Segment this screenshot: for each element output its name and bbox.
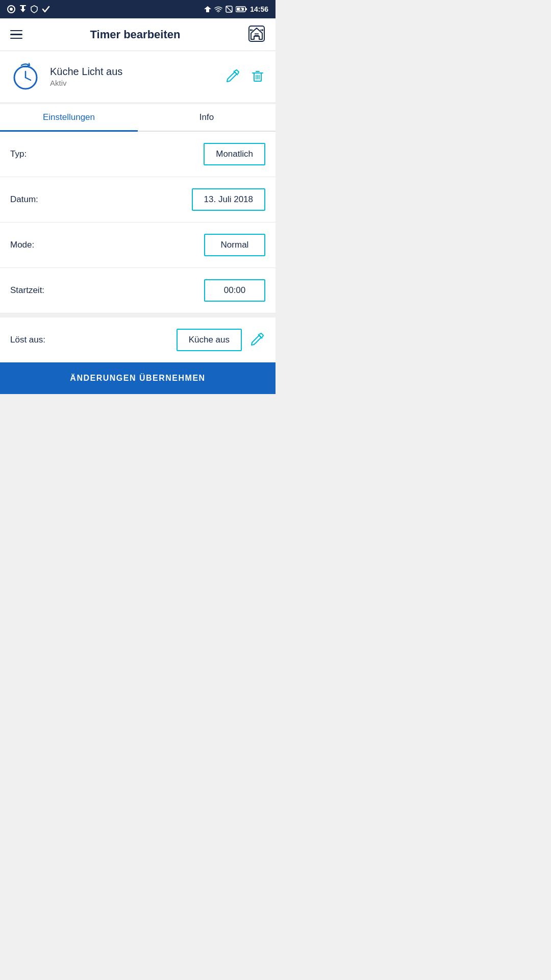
loest-aus-value-button[interactable]: Küche aus — [177, 329, 242, 351]
mode-value-button[interactable]: Normal — [204, 234, 265, 256]
trigger-edit-icon — [250, 331, 265, 347]
home-icon — [248, 25, 265, 42]
tab-einstellungen[interactable]: Einstellungen — [0, 104, 138, 131]
status-bar: 14:56 — [0, 0, 276, 18]
trigger-section: Löst aus: Küche aus — [0, 317, 276, 362]
page-title: Timer bearbeiten — [90, 28, 181, 41]
svg-marker-4 — [20, 9, 26, 12]
top-bar: Timer bearbeiten — [0, 18, 276, 51]
typ-label: Typ: — [10, 149, 27, 159]
save-button[interactable]: ÄNDERUNGEN ÜBERNEHMEN — [0, 362, 276, 394]
typ-row: Typ: Monatlich — [0, 132, 276, 177]
sim-icon — [226, 6, 233, 13]
bottom-area — [0, 394, 276, 435]
timer-name: Küche Licht aus — [50, 66, 216, 78]
trigger-right: Küche aus — [177, 329, 265, 351]
status-icons-right: 14:56 — [204, 5, 268, 13]
timer-header-card: Küche Licht aus Aktiv — [0, 51, 276, 104]
delete-button[interactable] — [250, 68, 265, 85]
svg-line-8 — [226, 6, 232, 12]
svg-rect-10 — [245, 8, 247, 10]
signal-icon — [204, 6, 211, 12]
typ-value-button[interactable]: Monatlich — [204, 143, 265, 165]
status-icons-left — [7, 5, 50, 13]
trigger-edit-button[interactable] — [250, 331, 265, 349]
svg-line-21 — [26, 78, 31, 80]
svg-point-1 — [10, 8, 13, 11]
datum-value-button[interactable]: 13. Juli 2018 — [192, 188, 265, 211]
status-icon-download — [19, 5, 27, 13]
svg-marker-5 — [204, 6, 211, 12]
time-display: 14:56 — [250, 5, 268, 13]
hamburger-menu[interactable] — [10, 30, 22, 39]
wifi-icon — [214, 6, 222, 12]
status-icon-check — [42, 5, 50, 13]
status-icon-circle — [7, 5, 15, 13]
datum-label: Datum: — [10, 194, 38, 205]
startzeit-label: Startzeit: — [10, 285, 44, 296]
timer-info: Küche Licht aus Aktiv — [50, 66, 216, 87]
home-button[interactable] — [248, 25, 265, 44]
mode-row: Mode: Normal — [0, 223, 276, 268]
status-icon-shield — [31, 5, 38, 13]
startzeit-row: Startzeit: 00:00 — [0, 268, 276, 313]
loest-aus-label: Löst aus: — [10, 335, 45, 345]
tabs: Einstellungen Info — [0, 104, 276, 132]
timer-clock-icon — [10, 61, 41, 92]
startzeit-value-button[interactable]: 00:00 — [204, 279, 265, 302]
edit-button[interactable] — [226, 68, 241, 85]
timer-actions — [226, 68, 265, 85]
mode-label: Mode: — [10, 240, 34, 250]
svg-rect-3 — [22, 6, 24, 10]
tab-info[interactable]: Info — [138, 104, 276, 131]
svg-point-6 — [218, 12, 219, 12]
battery-icon — [236, 6, 247, 12]
timer-status: Aktiv — [50, 79, 216, 87]
datum-row: Datum: 13. Juli 2018 — [0, 177, 276, 223]
settings-section: Typ: Monatlich Datum: 13. Juli 2018 Mode… — [0, 132, 276, 313]
